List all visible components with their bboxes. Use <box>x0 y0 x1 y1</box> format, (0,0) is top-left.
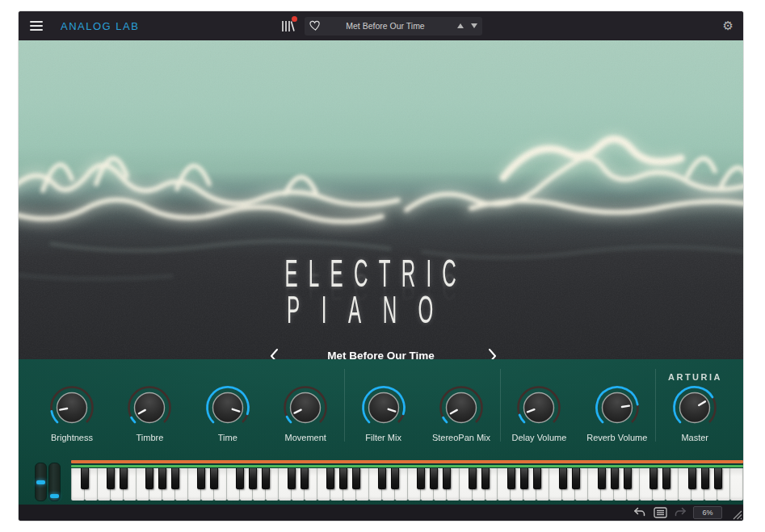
preset-previous-icon[interactable] <box>457 23 464 28</box>
pitch-wheel[interactable] <box>35 463 47 501</box>
pitch-wheel-indicator <box>36 480 45 484</box>
black-key[interactable] <box>701 468 710 489</box>
status-bar: 6% <box>19 505 743 521</box>
knob-label: Brightness <box>33 433 111 442</box>
black-key[interactable] <box>236 468 245 489</box>
preset-navigation: Met Before Our Time <box>19 346 743 359</box>
main-menu-icon[interactable] <box>30 21 43 31</box>
library-icon[interactable] <box>280 19 296 33</box>
black-key[interactable] <box>301 468 309 489</box>
black-key[interactable] <box>197 468 206 489</box>
history-list-icon[interactable] <box>653 507 667 518</box>
knob-timbre[interactable]: Timbre <box>111 383 188 442</box>
knob-label: Master <box>656 433 733 442</box>
black-key[interactable] <box>572 468 581 489</box>
notification-dot-icon <box>292 16 297 22</box>
preset-selector: Met Before Our Time <box>305 17 482 36</box>
preset-name[interactable]: Met Before Our Time <box>322 21 450 31</box>
black-key[interactable] <box>339 468 348 489</box>
black-key[interactable] <box>481 468 490 489</box>
black-key[interactable] <box>533 468 542 489</box>
app-logo: ANALOG LAB <box>61 20 139 32</box>
knob-label: Reverb Volume <box>578 433 656 442</box>
black-key[interactable] <box>688 468 697 489</box>
preset-next-icon[interactable] <box>471 23 477 28</box>
black-key[interactable] <box>417 468 426 489</box>
black-key[interactable] <box>107 468 116 489</box>
favorite-heart-icon[interactable] <box>309 20 322 31</box>
black-key[interactable] <box>469 468 477 489</box>
black-key[interactable] <box>443 468 452 489</box>
knob-label: Delay Volume <box>500 433 578 442</box>
control-panel: ARTURIA Brightness T <box>19 359 743 505</box>
black-key[interactable] <box>81 468 90 489</box>
virtual-keyboard <box>71 460 743 501</box>
black-key[interactable] <box>120 468 128 489</box>
settings-gear-icon[interactable]: ⚙ <box>723 11 733 40</box>
knob-brightness[interactable]: Brightness <box>33 383 111 442</box>
black-key[interactable] <box>624 468 633 489</box>
black-key[interactable] <box>598 468 607 489</box>
cpu-meter[interactable]: 6% <box>693 506 722 519</box>
knob-master[interactable]: Master <box>656 383 733 442</box>
knob-label: Filter Mix <box>345 433 422 442</box>
preset-header: Met Before Our Time <box>280 11 482 40</box>
black-key[interactable] <box>559 468 568 489</box>
black-key[interactable] <box>507 468 516 489</box>
black-key[interactable] <box>210 468 219 489</box>
sound-banner: ELECTRIC PIANO PIANO ELECTRIC Met Before… <box>19 40 743 359</box>
black-key[interactable] <box>611 468 620 489</box>
undo-icon[interactable] <box>633 507 647 518</box>
black-key[interactable] <box>430 468 439 489</box>
black-key[interactable] <box>326 468 335 489</box>
knob-label: StereoPan Mix <box>422 433 500 442</box>
knob-movement[interactable]: Movement <box>267 383 344 442</box>
black-key[interactable] <box>171 468 180 489</box>
knob-delay-volume[interactable]: Delay Volume <box>500 383 578 442</box>
black-key[interactable] <box>391 468 400 489</box>
current-preset-label: Met Before Our Time <box>19 346 743 359</box>
knob-time[interactable]: Time <box>189 383 267 442</box>
black-key[interactable] <box>352 468 361 489</box>
black-key[interactable] <box>662 468 671 489</box>
knob-label: Time <box>189 433 267 442</box>
title-reflection: PIANO ELECTRIC <box>19 241 743 355</box>
analog-lab-window: ANALOG LAB Met Before Our Time <box>19 11 743 521</box>
instrument-title: ELECTRIC PIANO PIANO ELECTRIC <box>19 244 743 355</box>
black-key[interactable] <box>145 468 154 489</box>
black-key[interactable] <box>520 468 529 489</box>
black-key[interactable] <box>714 468 723 489</box>
knob-reverb-volume[interactable]: Reverb Volume <box>578 383 656 442</box>
black-key[interactable] <box>649 468 658 489</box>
black-key[interactable] <box>262 468 271 489</box>
knob-label: Timbre <box>111 433 188 442</box>
mod-wheel[interactable] <box>48 463 61 501</box>
black-key[interactable] <box>288 468 296 489</box>
resize-grip-icon[interactable] <box>731 509 742 520</box>
knob-filter-mix[interactable]: Filter Mix <box>345 383 422 442</box>
mod-wheel-indicator <box>50 494 59 498</box>
white-key[interactable] <box>730 468 743 501</box>
knob-label: Movement <box>267 433 344 442</box>
next-preset-chevron-icon[interactable] <box>486 348 498 359</box>
knob-stereopan-mix[interactable]: StereoPan Mix <box>422 383 500 442</box>
black-key[interactable] <box>249 468 258 489</box>
arturia-brand-label: ARTURIA <box>668 372 722 382</box>
black-key[interactable] <box>158 468 167 489</box>
redo-icon[interactable] <box>673 507 687 518</box>
top-bar: ANALOG LAB Met Before Our Time <box>19 11 743 40</box>
black-key[interactable] <box>378 468 387 489</box>
